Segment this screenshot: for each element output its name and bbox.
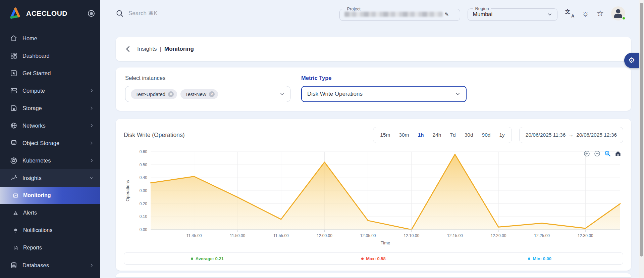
get-started-icon — [10, 70, 17, 77]
sidebar: ACECLOUD HomeDashboardGet StartedCompute… — [0, 0, 100, 278]
breadcrumb-page: Monitoring — [164, 46, 194, 52]
sidebar-item-insights[interactable]: Insights — [0, 169, 100, 187]
chevron-right-icon — [89, 123, 94, 128]
svg-text:12:05:00: 12:05:00 — [360, 233, 376, 238]
svg-text:0.30: 0.30 — [140, 188, 148, 193]
sidebar-item-label: Alerts — [23, 210, 37, 216]
chart-stats-legend: Average: 0.21Max: 0.58Min: 0.00 — [124, 252, 623, 265]
range-button-1h[interactable]: 1h — [418, 132, 424, 138]
date-from: 20/06/2025 11:36 — [526, 132, 566, 138]
svg-text:11:55:00: 11:55:00 — [273, 233, 289, 238]
svg-text:12:30:00: 12:30:00 — [578, 233, 593, 238]
sidebar-item-monitoring[interactable]: Monitoring — [0, 187, 100, 204]
zoom-out-icon[interactable] — [594, 150, 600, 157]
date-range-picker[interactable]: 20/06/2025 11:36 → 20/06/2025 12:36 — [519, 127, 623, 143]
metric-type-label: Metric Type — [301, 75, 467, 81]
sidebar-item-object-storage[interactable]: Object Storage — [0, 134, 100, 152]
range-button-24h[interactable]: 24h — [433, 132, 441, 138]
page-scrollbar-thumb[interactable] — [640, 3, 643, 257]
sidebar-item-label: Get Started — [22, 70, 51, 77]
range-button-15m[interactable]: 15m — [380, 132, 390, 138]
chevron-right-icon — [89, 158, 94, 163]
sidebar-item-databases[interactable]: Databases — [0, 257, 100, 274]
instance-chip: Test-Updated✕ — [131, 89, 177, 99]
insights-icon — [10, 174, 17, 182]
favorites-star-icon[interactable]: ☆ — [596, 9, 604, 17]
reports-icon — [13, 245, 18, 251]
range-button-7d[interactable]: 7d — [450, 132, 455, 138]
legend-average: Average: 0.21 — [124, 256, 290, 261]
selection-zoom-icon[interactable] — [604, 150, 611, 157]
region-select-label: Region — [473, 6, 490, 11]
page-scrollbar-track — [639, 0, 644, 278]
legend-max: Max: 0.58 — [290, 256, 457, 261]
theme-sun-icon[interactable]: ☼ — [582, 9, 589, 17]
sidebar-item-networks[interactable]: Networks — [0, 117, 100, 134]
chevron-right-icon — [89, 88, 94, 93]
range-button-1y[interactable]: 1y — [499, 132, 504, 138]
dashboard-icon — [10, 52, 17, 59]
next-card-edge — [116, 273, 631, 277]
svg-text:0.50: 0.50 — [140, 163, 148, 167]
instances-multiselect[interactable]: Test-Updated✕Test-New✕ — [125, 86, 290, 102]
sidebar-item-label: Networks — [22, 123, 46, 129]
svg-text:0.40: 0.40 — [140, 175, 148, 180]
search-input[interactable] — [128, 10, 216, 17]
sidebar-nav: HomeDashboardGet StartedComputeStorageNe… — [0, 30, 100, 274]
language-icon[interactable]: 文A — [565, 9, 574, 18]
sidebar-collapse-toggle[interactable] — [88, 10, 95, 17]
svg-text:12:15:00: 12:15:00 — [447, 233, 463, 238]
breadcrumb-section[interactable]: Insights — [137, 46, 157, 52]
sidebar-item-reports[interactable]: Reports — [0, 239, 100, 257]
networks-icon — [10, 122, 17, 129]
svg-text:11:45:00: 11:45:00 — [186, 233, 202, 238]
sidebar-item-alerts[interactable]: Alerts — [0, 204, 100, 222]
chart-title: Disk Write (Operations) — [124, 132, 185, 139]
chevron-down-icon — [547, 12, 552, 17]
sidebar-item-notifications[interactable]: Notifications — [0, 222, 100, 239]
legend-dot — [191, 258, 193, 260]
brand: ACECLOUD — [0, 0, 100, 25]
sidebar-item-compute[interactable]: Compute — [0, 82, 100, 99]
sidebar-item-kubernetes[interactable]: Kubernetes — [0, 152, 100, 169]
range-button-90d[interactable]: 90d — [482, 132, 491, 138]
chip-remove-icon[interactable]: ✕ — [168, 91, 174, 97]
alerts-icon — [13, 210, 18, 216]
edit-pen-icon: ✎ — [444, 11, 449, 17]
project-select[interactable]: Project ✎ — [339, 6, 460, 21]
instance-chip: Test-New✕ — [180, 89, 218, 99]
settings-gear-flyout[interactable]: ⚙ — [624, 53, 639, 68]
user-avatar[interactable] — [611, 6, 625, 20]
sidebar-item-get-started[interactable]: Get Started — [0, 64, 100, 82]
legend-text: Min: 0.00 — [533, 256, 551, 261]
project-value-redacted — [344, 12, 442, 17]
range-button-30m[interactable]: 30m — [399, 132, 409, 138]
arrow-right-icon: → — [568, 132, 574, 138]
chip-remove-icon[interactable]: ✕ — [209, 91, 215, 97]
storage-icon — [10, 104, 17, 112]
object-storage-icon — [10, 139, 17, 147]
back-chevron-icon[interactable] — [124, 45, 132, 53]
sidebar-item-dashboard[interactable]: Dashboard — [0, 47, 100, 64]
reset-home-icon[interactable] — [615, 150, 621, 157]
brand-name: ACECLOUD — [26, 9, 67, 17]
metric-type-select[interactable]: Disk Write Operations — [301, 86, 467, 102]
region-select[interactable]: Region Mumbai — [468, 6, 557, 21]
chevron-right-icon — [89, 141, 94, 145]
svg-text:Operations: Operations — [125, 180, 130, 201]
legend-dot — [361, 258, 364, 260]
chevron-down-icon — [279, 91, 285, 97]
project-select-label: Project — [345, 6, 362, 11]
compute-icon — [10, 87, 17, 94]
sidebar-item-storage[interactable]: Storage — [0, 99, 100, 117]
sidebar-item-home[interactable]: Home — [0, 30, 100, 47]
svg-text:12:10:00: 12:10:00 — [404, 233, 419, 238]
sidebar-item-label: Home — [22, 35, 37, 42]
sidebar-item-label: Kubernetes — [22, 157, 51, 164]
home-icon — [10, 35, 17, 42]
chevron-right-icon — [89, 106, 94, 110]
range-button-30d[interactable]: 30d — [465, 132, 473, 138]
chevron-down-icon — [89, 176, 94, 180]
zoom-in-icon[interactable] — [584, 150, 590, 157]
monitoring-icon — [13, 193, 18, 198]
